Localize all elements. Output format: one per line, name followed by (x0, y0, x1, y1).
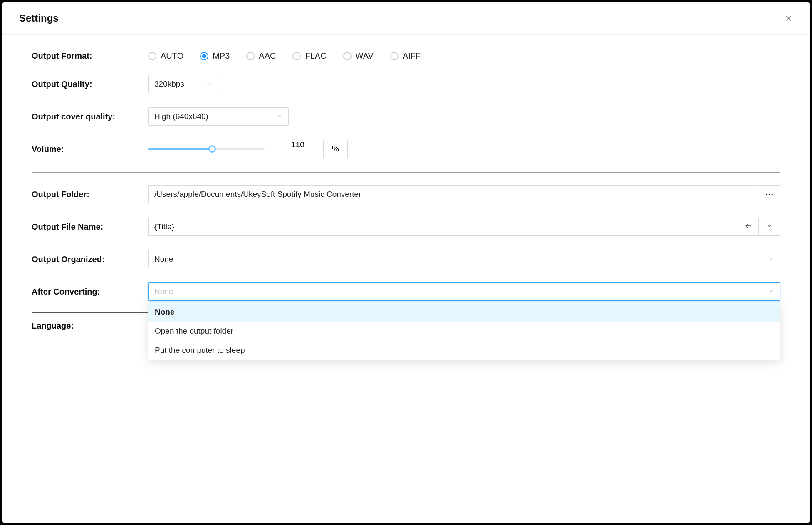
label-output-quality: Output Quality: (32, 79, 148, 89)
label-language: Language: (32, 321, 148, 331)
format-radio-aiff[interactable]: AIFF (390, 51, 421, 61)
radio-label: AIFF (403, 51, 421, 61)
settings-dialog: Settings Output Format: AUTOMP3AACFLACWA… (2, 2, 810, 523)
radio-label: MP3 (213, 51, 230, 61)
output-format-radio-group: AUTOMP3AACFLACWAVAIFF (148, 51, 421, 61)
chevron-down-icon (277, 112, 282, 121)
row-volume: Volume: 110 % (32, 140, 780, 158)
output-organized-value: None (154, 255, 173, 264)
dialog-header: Settings (2, 2, 810, 35)
label-output-cover-quality: Output cover quality: (32, 112, 148, 121)
close-icon (784, 14, 793, 23)
after-converting-option[interactable]: None (148, 302, 780, 322)
file-name-template-button[interactable] (759, 218, 780, 236)
after-converting-dropdown: NoneOpen the output folderPut the comput… (148, 302, 780, 360)
label-output-folder: Output Folder: (32, 190, 148, 199)
radio-label: AUTO (161, 51, 183, 61)
format-radio-auto[interactable]: AUTO (148, 51, 183, 61)
output-organized-select[interactable]: None (148, 250, 780, 268)
chevron-down-icon (767, 223, 772, 230)
after-converting-value: None (154, 287, 173, 296)
volume-slider-thumb[interactable] (208, 145, 216, 153)
dialog-title: Settings (19, 12, 59, 24)
radio-icon (343, 52, 352, 60)
row-output-file-name: Output File Name: {Title} (32, 218, 780, 236)
volume-slider[interactable] (148, 148, 265, 150)
volume-unit: % (324, 140, 348, 158)
after-converting-select[interactable]: None (148, 282, 780, 301)
chevron-down-icon (206, 79, 212, 89)
output-cover-quality-select[interactable]: High (640x640) (148, 107, 289, 126)
label-volume: Volume: (32, 144, 148, 154)
after-converting-option[interactable]: Put the computer to sleep (148, 341, 780, 360)
radio-icon (200, 52, 208, 60)
radio-label: AAC (259, 51, 276, 61)
volume-slider-track (148, 148, 212, 150)
chevron-down-icon (768, 255, 774, 264)
label-after-converting: After Converting: (32, 287, 148, 297)
dialog-body: Output Format: AUTOMP3AACFLACWAVAIFF Out… (2, 35, 810, 523)
row-output-cover-quality: Output cover quality: High (640x640) (32, 107, 780, 126)
row-output-folder: Output Folder: /Users/apple/Documents/Uk… (32, 185, 780, 203)
label-output-format: Output Format: (32, 51, 148, 61)
output-cover-quality-value: High (640x640) (154, 112, 208, 121)
output-quality-value: 320kbps (154, 79, 184, 89)
radio-label: WAV (356, 51, 374, 61)
row-after-converting: After Converting: None NoneOpen the outp… (32, 282, 780, 301)
radio-label: FLAC (305, 51, 326, 61)
row-output-organized: Output Organized: None (32, 250, 780, 268)
output-file-name-input[interactable]: {Title} (148, 218, 759, 236)
chevron-down-icon (768, 287, 774, 296)
browse-folder-button[interactable]: ··· (759, 185, 780, 203)
format-radio-mp3[interactable]: MP3 (200, 51, 230, 61)
format-radio-aac[interactable]: AAC (246, 51, 276, 61)
section-divider (32, 312, 148, 313)
row-output-quality: Output Quality: 320kbps (32, 75, 780, 93)
radio-icon (246, 52, 255, 60)
radio-icon (390, 52, 399, 60)
format-radio-flac[interactable]: FLAC (292, 51, 326, 61)
format-radio-wav[interactable]: WAV (343, 51, 374, 61)
output-quality-select[interactable]: 320kbps (148, 75, 218, 93)
section-divider (32, 172, 780, 173)
volume-input[interactable]: 110 (272, 140, 324, 158)
output-folder-value: /Users/apple/Documents/UkeySoft Spotify … (154, 190, 361, 199)
output-file-name-value: {Title} (154, 222, 174, 231)
label-output-organized: Output Organized: (32, 255, 148, 264)
ellipsis-icon: ··· (765, 190, 774, 199)
close-button[interactable] (782, 12, 795, 25)
radio-icon (148, 52, 156, 60)
arrow-left-icon (744, 222, 753, 232)
radio-icon (292, 52, 301, 60)
label-output-file-name: Output File Name: (32, 222, 148, 232)
output-folder-input[interactable]: /Users/apple/Documents/UkeySoft Spotify … (148, 185, 759, 203)
after-converting-option[interactable]: Open the output folder (148, 322, 780, 341)
row-output-format: Output Format: AUTOMP3AACFLACWAVAIFF (32, 51, 780, 61)
